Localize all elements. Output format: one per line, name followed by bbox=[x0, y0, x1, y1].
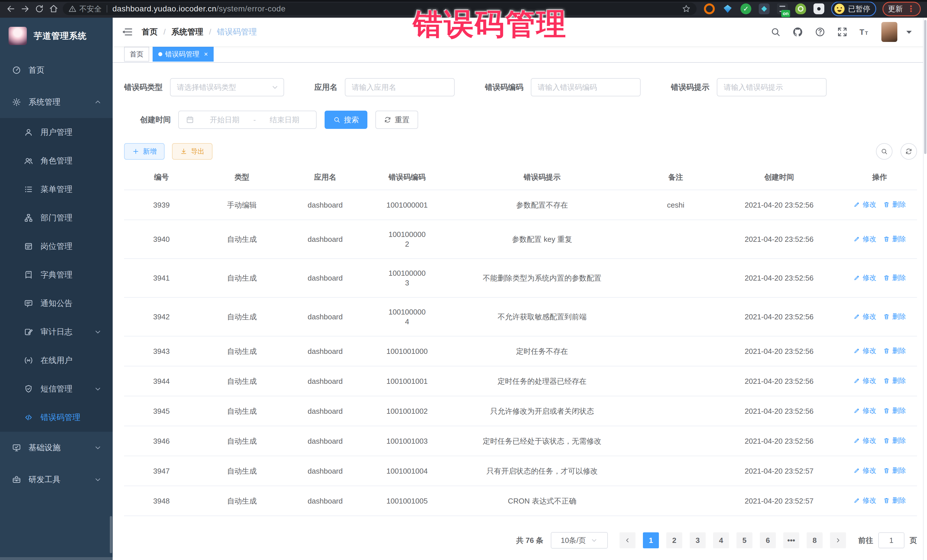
close-icon[interactable]: × bbox=[204, 50, 208, 58]
sidebar-item-menu-list[interactable]: 菜单管理 bbox=[0, 175, 112, 203]
forward-icon[interactable] bbox=[20, 4, 30, 14]
error-code-type-select[interactable] bbox=[170, 78, 284, 96]
hamburger-icon[interactable] bbox=[121, 26, 133, 38]
tab-home[interactable]: 首页 bbox=[124, 47, 149, 62]
error-code-type-select-field[interactable] bbox=[170, 79, 271, 96]
home-icon[interactable] bbox=[49, 4, 59, 14]
font-size-icon[interactable]: TT bbox=[859, 27, 870, 37]
edit-link[interactable]: 修改 bbox=[853, 436, 876, 445]
sidebar-scrollbar[interactable] bbox=[110, 516, 112, 553]
reset-button[interactable]: 重置 bbox=[375, 111, 418, 129]
sidebar-item-dictionary[interactable]: 字典管理 bbox=[0, 261, 112, 289]
back-icon[interactable] bbox=[6, 4, 16, 14]
github-icon[interactable] bbox=[792, 27, 803, 37]
delete-link[interactable]: 删除 bbox=[883, 466, 906, 475]
page-size-select[interactable]: 10条/页 bbox=[551, 532, 608, 549]
edit-link[interactable]: 修改 bbox=[853, 234, 876, 244]
user-avatar[interactable] bbox=[881, 22, 897, 42]
pager-page-8[interactable]: 8 bbox=[807, 532, 823, 548]
security-chip[interactable]: 不安全 bbox=[68, 4, 102, 14]
extension-gem-blue-icon[interactable] bbox=[722, 3, 733, 14]
add-button[interactable]: 新增 bbox=[124, 143, 164, 160]
pager-page-1[interactable]: 1 bbox=[643, 532, 659, 548]
address-bar[interactable]: 不安全 dashboard.yudao.iocoder.cn/system/er… bbox=[63, 3, 696, 15]
extension-puzzle-white-icon[interactable] bbox=[813, 3, 824, 14]
pager-page-2[interactable]: 2 bbox=[666, 532, 682, 548]
sidebar-item-users[interactable]: 角色管理 bbox=[0, 147, 112, 175]
sidebar-item-audit-log[interactable]: 审计日志 bbox=[0, 318, 112, 346]
error-code-input[interactable] bbox=[531, 78, 641, 96]
edit-link[interactable]: 修改 bbox=[853, 406, 876, 416]
breadcrumb-system[interactable]: 系统管理 bbox=[172, 27, 204, 37]
pager-ellipsis[interactable]: ••• bbox=[783, 532, 799, 548]
fullscreen-icon[interactable] bbox=[837, 27, 848, 37]
extension-ring-orange-icon[interactable] bbox=[704, 3, 715, 14]
search-button[interactable]: 搜索 bbox=[325, 111, 368, 129]
profile-chip[interactable]: 已暂停 bbox=[831, 2, 876, 16]
prev-page-button[interactable] bbox=[620, 532, 635, 548]
delete-link[interactable]: 删除 bbox=[883, 436, 906, 445]
cell-type: 自动生成 bbox=[199, 336, 285, 366]
delete-link[interactable]: 删除 bbox=[883, 346, 906, 355]
help-icon[interactable] bbox=[815, 27, 825, 37]
sidebar-item-gear[interactable]: 系统管理 bbox=[0, 86, 112, 118]
pager-page-3[interactable]: 3 bbox=[690, 532, 706, 548]
extension-toggle-on-icon[interactable]: on bbox=[777, 3, 788, 14]
goto-page-input[interactable] bbox=[878, 532, 904, 548]
sidebar-item-dashboard[interactable]: 首页 bbox=[0, 54, 112, 86]
delete-link[interactable]: 删除 bbox=[883, 312, 906, 321]
end-date-placeholder[interactable]: 结束日期 bbox=[257, 115, 312, 125]
extension-grid-dark-icon[interactable] bbox=[759, 3, 769, 14]
edit-link[interactable]: 修改 bbox=[853, 346, 876, 355]
refresh-table-button[interactable] bbox=[900, 143, 917, 160]
error-hint-input[interactable] bbox=[717, 78, 827, 96]
pager-page-4[interactable]: 4 bbox=[713, 532, 729, 548]
edit-link[interactable]: 修改 bbox=[853, 273, 876, 282]
next-page-button[interactable] bbox=[830, 532, 846, 548]
edit-link[interactable]: 修改 bbox=[853, 466, 876, 475]
filter-label: 应用名 bbox=[314, 82, 337, 93]
delete-link[interactable]: 删除 bbox=[883, 496, 906, 505]
edit-link[interactable]: 修改 bbox=[853, 200, 876, 209]
extension-key-green-icon[interactable] bbox=[795, 3, 806, 14]
page-scrollbar[interactable] bbox=[923, 18, 927, 560]
edit-link[interactable]: 修改 bbox=[853, 312, 876, 321]
error-hint-input-field[interactable] bbox=[717, 79, 826, 96]
delete-link[interactable]: 删除 bbox=[883, 376, 906, 385]
toggle-search-button[interactable] bbox=[876, 143, 892, 160]
sidebar-item-announcement[interactable]: 通知公告 bbox=[0, 289, 112, 318]
start-date-placeholder[interactable]: 开始日期 bbox=[197, 115, 252, 125]
browser-update-button[interactable]: 更新 ⋮ bbox=[883, 2, 921, 16]
breadcrumb-home[interactable]: 首页 bbox=[142, 27, 158, 37]
extension-check-green-icon[interactable] bbox=[740, 3, 751, 14]
sidebar-item-devtools[interactable]: 研发工具 bbox=[0, 464, 112, 496]
delete-link[interactable]: 删除 bbox=[883, 200, 906, 209]
date-range-picker[interactable]: 开始日期 - 结束日期 bbox=[178, 111, 317, 129]
sidebar-item-error-code[interactable]: 错误码管理 bbox=[0, 403, 112, 432]
search-icon[interactable] bbox=[770, 27, 781, 37]
scrollbar-thumb[interactable] bbox=[924, 20, 926, 154]
edit-link[interactable]: 修改 bbox=[853, 376, 876, 385]
sidebar-item-badge[interactable]: 岗位管理 bbox=[0, 232, 112, 261]
delete-link[interactable]: 删除 bbox=[883, 234, 906, 244]
sidebar-item-infrastructure[interactable]: 基础设施 bbox=[0, 432, 112, 464]
delete-link[interactable]: 删除 bbox=[883, 406, 906, 416]
error-code-input-field[interactable] bbox=[531, 79, 640, 96]
cell-remark bbox=[635, 486, 716, 516]
export-button[interactable]: 导出 bbox=[172, 143, 213, 160]
avatar-caret-icon[interactable] bbox=[904, 27, 915, 37]
sidebar-item-org-tree[interactable]: 部门管理 bbox=[0, 203, 112, 232]
sidebar-item-user[interactable]: 用户管理 bbox=[0, 118, 112, 147]
app-name-input-field[interactable] bbox=[345, 79, 454, 96]
reload-icon[interactable] bbox=[34, 4, 44, 14]
app-name-input[interactable] bbox=[345, 78, 454, 96]
sidebar-item-online-user[interactable]: 在线用户 bbox=[0, 346, 112, 375]
sidebar-item-sms[interactable]: 短信管理 bbox=[0, 375, 112, 403]
pager-page-6[interactable]: 6 bbox=[760, 532, 776, 548]
tab-error-code[interactable]: 错误码管理× bbox=[153, 47, 214, 62]
delete-link[interactable]: 删除 bbox=[883, 273, 906, 282]
bookmark-star-icon[interactable] bbox=[682, 4, 691, 14]
edit-link[interactable]: 修改 bbox=[853, 496, 876, 505]
pager-page-5[interactable]: 5 bbox=[737, 532, 752, 548]
browser-menu-icon[interactable]: ⋮ bbox=[907, 5, 915, 13]
